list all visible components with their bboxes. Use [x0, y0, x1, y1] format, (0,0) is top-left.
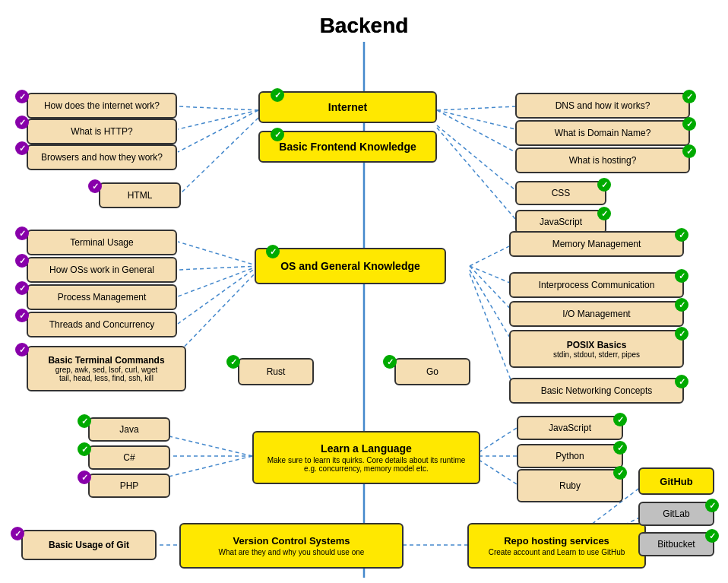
- svg-line-18: [470, 274, 515, 391]
- learn-language-node: Learn a Language Make sure to learn its …: [252, 431, 480, 484]
- how-os-check: ✓: [15, 254, 29, 268]
- memory-mgmt-node: Memory Management: [509, 231, 684, 257]
- domain-check: ✓: [682, 117, 696, 131]
- bitbucket-check: ✓: [705, 529, 719, 543]
- java-node: Java: [88, 417, 170, 442]
- process-mgmt-node: Process Management: [27, 284, 177, 310]
- terminal-usage-check: ✓: [15, 227, 29, 240]
- how-internet-check: ✓: [15, 90, 29, 103]
- css-node: CSS: [515, 181, 606, 205]
- go-node: Go: [394, 358, 470, 385]
- basic-networking-check: ✓: [675, 375, 688, 388]
- threads-node: Threads and Concurrency: [27, 312, 177, 337]
- git-check: ✓: [11, 527, 24, 540]
- posix-node: POSIX Basics stdin, stdout, stderr, pipe…: [509, 330, 684, 368]
- javascript-fe-check: ✓: [597, 207, 611, 220]
- what-http-check: ✓: [15, 116, 29, 129]
- browsers-node: Browsers and how they work?: [27, 144, 177, 170]
- main-canvas: Backend: [0, 0, 728, 583]
- domain-name-node: What is Domain Name?: [515, 120, 690, 146]
- svg-line-7: [437, 125, 515, 190]
- git-node: Basic Usage of Git: [21, 530, 157, 560]
- io-mgmt-check: ✓: [675, 298, 688, 312]
- process-mgmt-check: ✓: [15, 281, 29, 295]
- csharp-node: C#: [88, 445, 170, 470]
- svg-line-9: [178, 242, 258, 266]
- internet-check: ✓: [271, 88, 284, 102]
- php-node: PHP: [88, 474, 170, 498]
- ruby-check: ✓: [613, 466, 627, 480]
- dns-check: ✓: [682, 90, 696, 103]
- basic-frontend-check: ✓: [271, 128, 284, 141]
- hosting-node: What is hosting?: [515, 147, 690, 173]
- svg-line-1: [178, 110, 258, 129]
- svg-line-14: [470, 243, 515, 266]
- go-check: ✓: [383, 355, 397, 369]
- javascript-lang-check: ✓: [613, 413, 627, 426]
- php-check: ✓: [78, 471, 91, 484]
- csharp-check: ✓: [78, 442, 91, 456]
- threads-check: ✓: [15, 309, 29, 322]
- how-os-node: How OSs work in General: [27, 257, 177, 283]
- os-general-node: OS and General Knowledge: [255, 248, 446, 284]
- python-check: ✓: [613, 441, 627, 455]
- os-general-check: ✓: [266, 245, 280, 258]
- memory-mgmt-check: ✓: [675, 228, 688, 242]
- rust-check: ✓: [226, 355, 240, 369]
- gitlab-node: GitLab: [638, 502, 714, 526]
- svg-line-6: [437, 110, 515, 152]
- javascript-lang-node: JavaScript: [517, 416, 623, 440]
- internet-node: Internet: [258, 91, 437, 123]
- hosting-check: ✓: [682, 144, 696, 158]
- svg-line-17: [470, 270, 515, 347]
- ruby-node: Ruby: [517, 469, 623, 502]
- posix-check: ✓: [675, 327, 688, 341]
- github-node: GitHub: [638, 467, 714, 495]
- css-check: ✓: [597, 178, 611, 192]
- svg-line-24: [479, 428, 517, 452]
- svg-line-12: [178, 266, 258, 324]
- svg-line-3: [178, 118, 258, 196]
- basic-networking-node: Basic Networking Concepts: [509, 378, 684, 404]
- basic-frontend-node: Basic Frontend Knowledge: [258, 131, 437, 163]
- terminal-usage-node: Terminal Usage: [27, 230, 177, 255]
- svg-line-16: [470, 266, 515, 314]
- svg-line-26: [479, 460, 517, 484]
- svg-line-8: [437, 128, 515, 219]
- gitlab-check: ✓: [705, 499, 719, 512]
- basic-terminal-node: Basic Terminal Commands grep, awk, sed, …: [27, 346, 186, 391]
- browsers-check: ✓: [15, 141, 29, 155]
- html-node: HTML: [99, 182, 181, 208]
- svg-line-2: [178, 110, 258, 152]
- html-check: ✓: [88, 179, 102, 193]
- io-mgmt-node: I/O Management: [509, 301, 684, 327]
- rust-node: Rust: [238, 358, 314, 385]
- java-check: ✓: [78, 414, 91, 428]
- svg-line-4: [437, 106, 515, 110]
- dns-node: DNS and how it works?: [515, 93, 690, 119]
- interprocess-node: Interprocess Communication: [509, 272, 684, 298]
- svg-line-5: [437, 110, 515, 129]
- svg-line-15: [470, 266, 515, 285]
- basic-terminal-check: ✓: [15, 343, 29, 356]
- page-title: Backend: [0, 14, 728, 38]
- svg-line-0: [178, 106, 258, 110]
- how-internet-node: How does the internet work?: [27, 93, 177, 119]
- svg-line-10: [178, 266, 258, 270]
- bitbucket-node: Bitbucket: [638, 532, 714, 556]
- vcs-node: Version Control Systems What are they an…: [179, 523, 404, 569]
- repo-hosting-node: Repo hosting services Create account and…: [467, 523, 646, 569]
- what-http-node: What is HTTP?: [27, 119, 177, 144]
- svg-line-11: [178, 266, 258, 296]
- python-node: Python: [517, 444, 623, 468]
- interprocess-check: ✓: [675, 269, 688, 283]
